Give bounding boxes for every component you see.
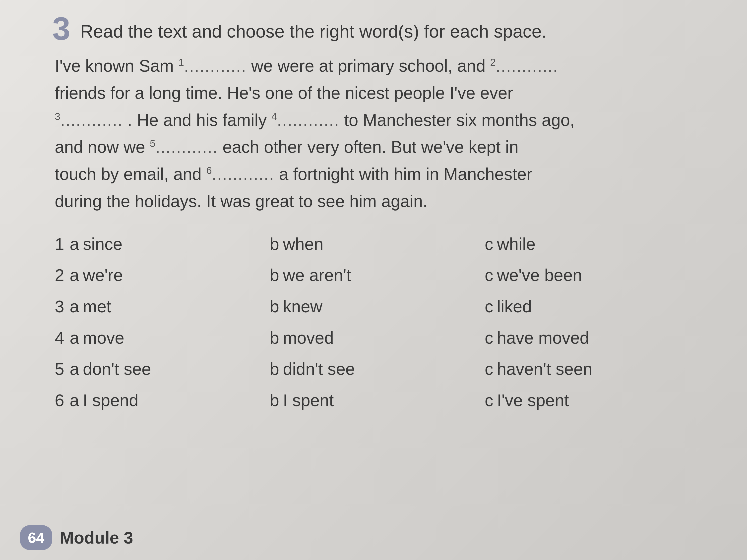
option-4b: b moved bbox=[270, 324, 485, 352]
option-4a-text: move bbox=[83, 324, 124, 352]
option-3c: c liked bbox=[485, 292, 700, 321]
passage-text: I've known Sam 1............ we were at … bbox=[55, 52, 700, 215]
exercise-container: 3 Read the text and choose the right wor… bbox=[52, 15, 700, 415]
option-5c-letter: c bbox=[485, 355, 493, 383]
page-number-badge: 64 bbox=[20, 525, 52, 550]
option-4a: 4 a move bbox=[55, 324, 270, 352]
option-6b: b I spent bbox=[270, 386, 485, 415]
option-1b: b when bbox=[270, 230, 485, 259]
option-1c: c while bbox=[485, 230, 700, 259]
option-6-number: 6 bbox=[55, 386, 65, 415]
option-3a-letter: a bbox=[70, 292, 79, 321]
option-5-number: 5 bbox=[55, 355, 65, 383]
option-6c: c I've spent bbox=[485, 386, 700, 415]
blank-1: ............ bbox=[184, 56, 247, 75]
column-b: b when b we aren't b knew b moved b di bbox=[270, 230, 485, 415]
option-4a-letter: a bbox=[70, 324, 79, 352]
option-5a-text: don't see bbox=[83, 355, 151, 383]
option-6a-letter: a bbox=[70, 386, 79, 415]
option-3c-letter: c bbox=[485, 292, 493, 321]
module-label: Module 3 bbox=[60, 528, 133, 547]
option-5c: c haven't seen bbox=[485, 355, 700, 383]
option-5a-letter: a bbox=[70, 355, 79, 383]
option-2a-letter: a bbox=[70, 261, 79, 290]
option-2b-letter: b bbox=[270, 261, 279, 290]
option-1a: 1 a since bbox=[55, 230, 270, 259]
option-1-number: 1 bbox=[55, 230, 65, 259]
blank-5: ............ bbox=[155, 137, 218, 156]
option-1b-letter: b bbox=[270, 230, 279, 259]
passage-line6: during the holidays. It was great to see… bbox=[55, 192, 428, 211]
options-grid: 1 a since 2 a we're 3 a met 4 a move bbox=[55, 230, 700, 415]
option-6c-letter: c bbox=[485, 386, 493, 415]
option-1a-letter: a bbox=[70, 230, 79, 259]
option-6a: 6 a I spend bbox=[55, 386, 270, 415]
passage-line3: 3............ . He and his family 4.....… bbox=[55, 110, 575, 129]
option-3a-text: met bbox=[83, 292, 111, 321]
page: 3 Read the text and choose the right wor… bbox=[0, 0, 747, 560]
option-3c-text: liked bbox=[497, 292, 532, 321]
option-5b-text: didn't see bbox=[283, 355, 355, 383]
option-1a-text: since bbox=[83, 230, 123, 259]
exercise-instruction: Read the text and choose the right word(… bbox=[80, 15, 546, 43]
option-4c-text: have moved bbox=[497, 324, 589, 352]
option-1c-letter: c bbox=[485, 230, 493, 259]
option-6c-text: I've spent bbox=[497, 386, 569, 415]
option-3b: b knew bbox=[270, 292, 485, 321]
option-6b-letter: b bbox=[270, 386, 279, 415]
passage-line5: touch by email, and 6............ a fort… bbox=[55, 164, 532, 183]
option-3b-letter: b bbox=[270, 292, 279, 321]
exercise-number: 3 bbox=[52, 12, 70, 45]
passage-line4: and now we 5............ each other very… bbox=[55, 137, 518, 156]
option-6b-text: I spent bbox=[283, 386, 334, 415]
option-1b-text: when bbox=[283, 230, 324, 259]
option-2-number: 2 bbox=[55, 261, 65, 290]
option-1c-text: while bbox=[497, 230, 536, 259]
option-5c-text: haven't seen bbox=[497, 355, 593, 383]
option-5a: 5 a don't see bbox=[55, 355, 270, 383]
option-5b: b didn't see bbox=[270, 355, 485, 383]
footer: 64 Module 3 bbox=[20, 525, 133, 550]
option-2b-text: we aren't bbox=[283, 261, 351, 290]
option-4-number: 4 bbox=[55, 324, 65, 352]
blank-6: ............ bbox=[212, 164, 275, 183]
option-2b: b we aren't bbox=[270, 261, 485, 290]
option-2c: c we've been bbox=[485, 261, 700, 290]
option-2c-letter: c bbox=[485, 261, 493, 290]
passage-line1: I've known Sam 1............ we were at … bbox=[55, 56, 558, 75]
blank-4: ............ bbox=[277, 110, 339, 129]
column-c: c while c we've been c liked c have move… bbox=[485, 230, 700, 415]
option-4c-letter: c bbox=[485, 324, 493, 352]
passage-line2: friends for a long time. He's one of the… bbox=[55, 83, 513, 102]
option-4c: c have moved bbox=[485, 324, 700, 352]
option-3b-text: knew bbox=[283, 292, 323, 321]
column-a: 1 a since 2 a we're 3 a met 4 a move bbox=[55, 230, 270, 415]
option-3-number: 3 bbox=[55, 292, 65, 321]
option-4b-text: moved bbox=[283, 324, 334, 352]
blank-2: ............ bbox=[496, 56, 558, 75]
blank-3: ............ bbox=[60, 110, 123, 129]
exercise-header: 3 Read the text and choose the right wor… bbox=[52, 15, 700, 45]
option-4b-letter: b bbox=[270, 324, 279, 352]
option-3a: 3 a met bbox=[55, 292, 270, 321]
option-2a-text: we're bbox=[83, 261, 123, 290]
option-2a: 2 a we're bbox=[55, 261, 270, 290]
option-6a-text: I spend bbox=[83, 386, 138, 415]
option-2c-text: we've been bbox=[497, 261, 582, 290]
option-5b-letter: b bbox=[270, 355, 279, 383]
